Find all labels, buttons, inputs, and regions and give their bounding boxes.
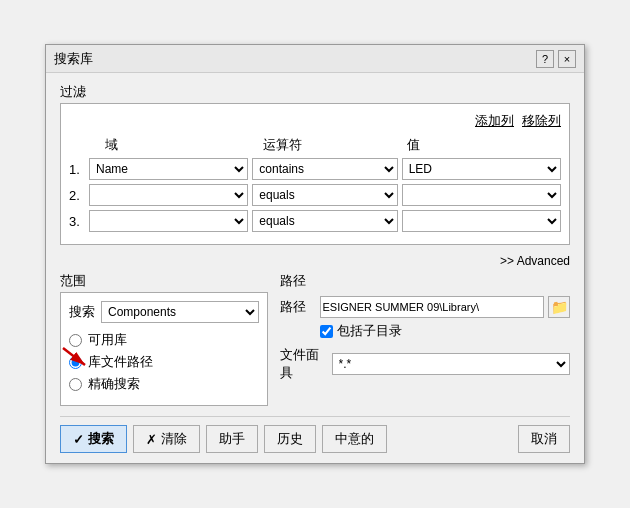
remove-col-button[interactable]: 移除列 [522, 112, 561, 130]
radio-lib-file-path-label[interactable]: 库文件路径 [88, 353, 153, 371]
filemask-label: 文件面具 [280, 346, 328, 382]
radio-exact-search-label[interactable]: 精确搜索 [88, 375, 140, 393]
row-3-val-select[interactable] [402, 210, 561, 232]
radio-lib-file-path[interactable] [69, 356, 82, 369]
row-2-num: 2. [69, 188, 85, 203]
row-1-op-select[interactable]: contains equals starts with ends with [252, 158, 397, 180]
row-3-op-select[interactable]: equals contains [252, 210, 397, 232]
row-1-domain-select[interactable]: Name Description Comment Footprint [89, 158, 248, 180]
scope-row-available: 可用库 [69, 331, 259, 349]
path-section-label: 路径 [280, 272, 571, 290]
row-2-domain-select[interactable]: Name [89, 184, 248, 206]
search-button[interactable]: ✓ 搜索 [60, 425, 127, 453]
path-label: 路径 [280, 298, 316, 316]
scope-row-exact: 精确搜索 [69, 375, 259, 393]
row-2-val-select[interactable] [402, 184, 561, 206]
radio-available-libs-label[interactable]: 可用库 [88, 331, 127, 349]
filter-column-headers: 域 运算符 值 [69, 136, 561, 154]
search-label: 搜索 [69, 303, 95, 321]
filter-header: 添加列 移除列 [69, 112, 561, 130]
favorite-button[interactable]: 中意的 [322, 425, 387, 453]
filter-row-2: 2. Name equals contains [69, 184, 561, 206]
bottom-buttons: ✓ 搜索 ✗ 清除 助手 历史 中意的 取消 [60, 416, 570, 453]
search-icon: ✓ [73, 432, 84, 447]
scope-label: 范围 [60, 272, 268, 290]
include-subdirs-label[interactable]: 包括子目录 [337, 322, 402, 340]
help-button[interactable]: ? [536, 50, 554, 68]
search-button-label: 搜索 [88, 430, 114, 448]
filemask-row: 文件面具 *.* *.SchLib *.PcbLib [280, 346, 571, 382]
filter-row-3: 3. Name equals contains [69, 210, 561, 232]
col-header-value: 值 [407, 136, 561, 154]
filter-section-label: 过滤 [60, 83, 570, 101]
help-dialog-button[interactable]: 助手 [206, 425, 258, 453]
row-3-domain-select[interactable]: Name [89, 210, 248, 232]
path-row: 路径 📁 [280, 296, 571, 318]
col-header-operator: 运算符 [263, 136, 403, 154]
clear-button[interactable]: ✗ 清除 [133, 425, 200, 453]
lower-section: 范围 搜索 Components Footprints 3D Models 可用… [60, 272, 570, 406]
advanced-link-row: >> Advanced [60, 253, 570, 268]
title-bar-controls: ? × [536, 50, 576, 68]
row-1-val-select[interactable]: LED [402, 158, 561, 180]
dialog-body: 过滤 添加列 移除列 域 运算符 值 1. Name Description [46, 73, 584, 463]
dialog: 搜索库 ? × 过滤 添加列 移除列 域 运算符 值 1. [45, 44, 585, 464]
close-button[interactable]: × [558, 50, 576, 68]
row-1-num: 1. [69, 162, 85, 177]
row-3-num: 3. [69, 214, 85, 229]
radio-available-libs[interactable] [69, 334, 82, 347]
row-2-op-select[interactable]: equals contains [252, 184, 397, 206]
filter-row-1: 1. Name Description Comment Footprint co… [69, 158, 561, 180]
col-header-domain: 域 [105, 136, 259, 154]
scope-section: 范围 搜索 Components Footprints 3D Models 可用… [60, 272, 268, 406]
search-row: 搜索 Components Footprints 3D Models [69, 301, 259, 323]
clear-button-label: 清除 [161, 430, 187, 448]
clear-icon: ✗ [146, 432, 157, 447]
filter-section: 添加列 移除列 域 运算符 值 1. Name Description Comm… [60, 103, 570, 245]
scope-box: 搜索 Components Footprints 3D Models 可用库 [60, 292, 268, 406]
dialog-title: 搜索库 [54, 50, 93, 68]
path-section: 路径 路径 📁 包括子目录 文件面具 [280, 272, 571, 406]
path-box: 路径 📁 包括子目录 文件面具 *.* *.SchLib [280, 292, 571, 386]
browse-button[interactable]: 📁 [548, 296, 570, 318]
cancel-button[interactable]: 取消 [518, 425, 570, 453]
add-col-button[interactable]: 添加列 [475, 112, 514, 130]
search-select[interactable]: Components Footprints 3D Models [101, 301, 259, 323]
radio-exact-search[interactable] [69, 378, 82, 391]
history-button[interactable]: 历史 [264, 425, 316, 453]
advanced-link[interactable]: >> Advanced [500, 254, 570, 268]
subdirs-row: 包括子目录 [320, 322, 571, 340]
title-bar: 搜索库 ? × [46, 45, 584, 73]
scope-row-libpath: 库文件路径 [69, 353, 259, 371]
include-subdirs-checkbox[interactable] [320, 325, 333, 338]
filemask-select[interactable]: *.* *.SchLib *.PcbLib [332, 353, 571, 375]
path-input[interactable] [320, 296, 545, 318]
